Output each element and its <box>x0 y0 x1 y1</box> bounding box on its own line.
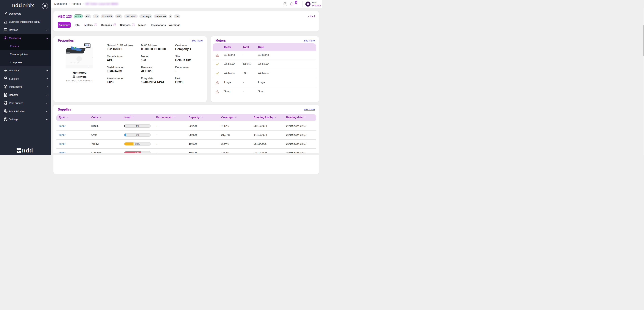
svg-text:ABC LaserJet Managed 123: ABC LaserJet Managed 123 <box>70 62 79 63</box>
